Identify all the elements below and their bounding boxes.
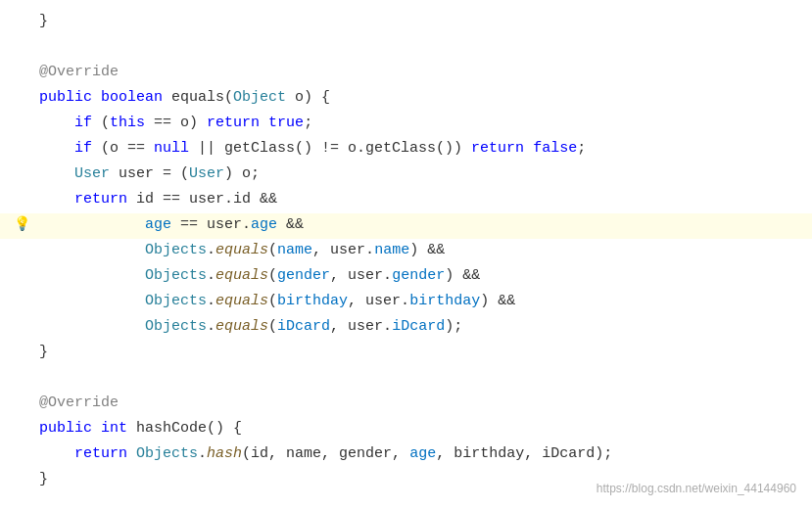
code-line <box>0 35 812 61</box>
code-line: if (this == o) return true; <box>0 112 812 137</box>
token: if <box>74 115 92 131</box>
code-text: Objects.equals(gender, user.gender) && <box>35 264 796 288</box>
token: User <box>74 165 110 182</box>
token: (id, name, gender, <box>242 445 409 462</box>
code-line <box>0 366 812 392</box>
token: public <box>39 420 92 437</box>
token <box>39 293 145 309</box>
token: && <box>277 216 304 233</box>
token <box>39 318 145 335</box>
token <box>260 115 268 131</box>
code-line: } <box>0 10 812 35</box>
token: . <box>198 445 207 462</box>
token <box>39 140 74 157</box>
token: name <box>374 242 409 258</box>
token: ) && <box>445 267 480 284</box>
token: return <box>471 140 524 157</box>
token: equals <box>215 293 268 309</box>
token: name <box>277 242 312 258</box>
token <box>92 420 101 437</box>
code-text: if (o == null || getClass() != o.getClas… <box>35 137 796 161</box>
code-text: Objects.equals(birthday, user.birthday) … <box>35 290 796 313</box>
token <box>524 140 533 157</box>
token: Objects <box>145 293 207 309</box>
token: birthday <box>409 293 480 309</box>
token: age <box>145 216 171 233</box>
token: o) { <box>286 89 330 106</box>
token: , user. <box>330 318 392 335</box>
code-line: if (o == null || getClass() != o.getClas… <box>0 137 812 162</box>
token <box>39 216 145 233</box>
code-text: } <box>35 10 796 33</box>
token: } <box>39 13 48 29</box>
token <box>92 89 101 106</box>
token: ( <box>268 242 277 258</box>
token: ; <box>304 115 312 131</box>
code-line: @Override <box>0 61 812 86</box>
code-line: Objects.equals(iDcard, user.iDcard); <box>0 315 812 341</box>
token: (o == <box>92 140 154 157</box>
code-line: Objects.equals(birthday, user.birthday) … <box>0 290 812 315</box>
token <box>39 165 74 182</box>
token: false <box>533 140 577 157</box>
token: return <box>74 191 127 208</box>
token: equals <box>215 267 268 284</box>
code-editor: }@Overridepublic boolean equals(Object o… <box>0 0 812 510</box>
token: hashCode() { <box>127 420 242 437</box>
token: == o) <box>145 115 207 131</box>
token: equals <box>215 242 268 258</box>
code-text: return id == user.id && <box>35 188 796 211</box>
token: @Override <box>39 64 119 80</box>
code-text: @Override <box>35 61 796 84</box>
code-text: Objects.equals(iDcard, user.iDcard); <box>35 315 796 339</box>
token: gender <box>392 267 445 284</box>
code-text: public int hashCode() { <box>35 417 796 440</box>
token: Object <box>233 89 286 106</box>
token: . <box>207 293 215 309</box>
token: , user. <box>312 242 374 258</box>
code-line: 💡 age == user.age && <box>0 213 812 239</box>
code-line: public int hashCode() { <box>0 417 812 442</box>
token <box>39 242 145 258</box>
code-text: public boolean equals(Object o) { <box>35 86 796 110</box>
token: boolean <box>101 89 163 106</box>
token: equals <box>215 318 268 335</box>
token: hash <box>207 445 242 462</box>
token: } <box>39 344 48 360</box>
token: . <box>207 267 215 284</box>
token: ( <box>268 267 277 284</box>
token: age <box>251 216 277 233</box>
token: Objects <box>145 318 207 335</box>
code-text: age == user.age && <box>35 213 796 237</box>
token: ( <box>268 293 277 309</box>
token: user = ( <box>110 165 189 182</box>
token <box>39 191 74 208</box>
token: ( <box>268 318 277 335</box>
code-line: Objects.equals(gender, user.gender) && <box>0 264 812 290</box>
token: iDcard <box>392 318 445 335</box>
code-text: } <box>35 341 796 364</box>
code-text: Objects.equals(name, user.name) && <box>35 239 796 262</box>
token: , user. <box>330 267 392 284</box>
token: birthday <box>277 293 348 309</box>
token: Objects <box>145 267 207 284</box>
token: equals( <box>163 89 233 106</box>
code-line: User user = (User) o; <box>0 162 812 188</box>
token <box>39 267 145 284</box>
lightbulb-icon[interactable]: 💡 <box>14 213 30 235</box>
code-line: return id == user.id && <box>0 188 812 213</box>
token <box>127 445 136 462</box>
token: . <box>207 242 215 258</box>
token: } <box>39 471 48 487</box>
token: true <box>268 115 304 131</box>
token: == user. <box>171 216 251 233</box>
token: gender <box>277 267 330 284</box>
token: return <box>74 445 127 462</box>
token: || getClass() != o.getClass()) <box>189 140 471 157</box>
token: ( <box>92 115 110 131</box>
token: Objects <box>145 242 207 258</box>
token: if <box>74 140 92 157</box>
token: Objects <box>136 445 198 462</box>
token: id == user.id && <box>127 191 277 208</box>
token: iDcard <box>277 318 330 335</box>
